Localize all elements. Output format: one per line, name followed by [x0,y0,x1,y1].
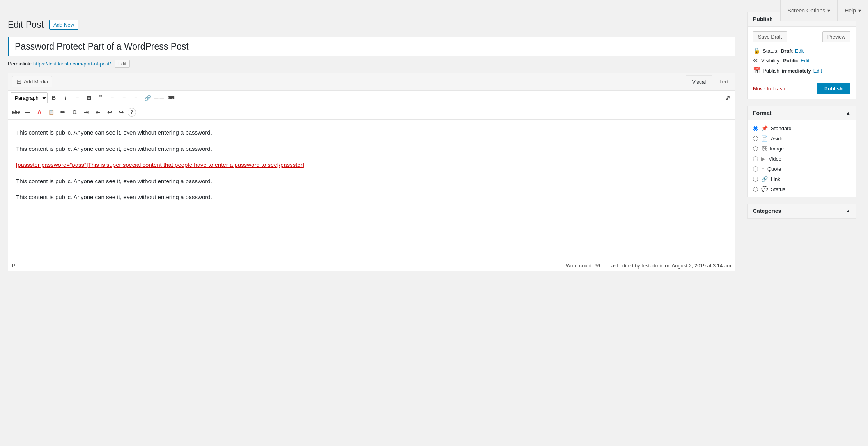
ordered-list-button[interactable]: ⊟ [83,92,94,103]
tab-visual[interactable]: Visual [686,75,712,88]
publish-buttons-row: Save Draft Preview [753,31,850,42]
add-media-label: Add Media [24,79,48,85]
publish-actions-row: Move to Trash Publish [753,79,850,94]
help-button[interactable]: Help ▾ [837,0,868,21]
expand-button[interactable]: ⤢ [722,92,733,103]
format-option-standard[interactable]: 📌Standard [753,125,850,131]
publish-time-edit-link[interactable]: Edit [813,68,822,74]
standard-format-icon: 📌 [761,125,768,131]
format-label-image: Image [770,146,784,152]
format-option-video[interactable]: ▶Video [753,156,850,162]
visibility-value: Public [783,58,798,64]
post-title-input[interactable] [15,41,730,52]
paragraph-select[interactable]: Paragraph [11,92,48,103]
bold-button[interactable]: B [48,92,59,103]
permalink-edit-button[interactable]: Edit [115,60,130,68]
chevron-up-icon: ▲ [846,110,850,116]
categories-box: Categories ▲ [747,204,856,219]
save-draft-button[interactable]: Save Draft [753,31,787,42]
align-right-button[interactable]: ≡ [130,92,141,103]
align-left-button[interactable]: ≡ [107,92,118,103]
format-option-status[interactable]: 💬Status [753,186,850,192]
visibility-row: 👁 Visibility: Public Edit [753,57,850,64]
format-radio-aside[interactable] [753,136,758,141]
help-button[interactable]: ? [128,108,136,117]
screen-options-button[interactable]: Screen Options ▾ [780,0,838,21]
clear-formatting-button[interactable]: ✏ [57,107,68,118]
special-chars-button[interactable]: Ω [69,107,80,118]
format-option-link[interactable]: 🔗Link [753,176,850,182]
strikethrough-button[interactable]: abc [11,107,21,118]
status-icon: 🔒 [753,47,760,54]
format-radio-standard[interactable] [753,126,758,131]
format-box-header[interactable]: Format ▲ [748,106,856,120]
image-format-icon: 🖼 [761,145,767,152]
format-radio-video[interactable] [753,156,758,161]
permalink-label: Permalink: [8,61,32,67]
align-center-button[interactable]: ≡ [119,92,129,103]
indent-button[interactable]: ⇥ [81,107,92,118]
visibility-icon: 👁 [753,57,759,64]
paste-from-word-button[interactable]: 📋 [46,107,57,118]
format-options: 📌Standard📄Aside🖼Image▶Video❝Quote🔗Link💬S… [753,125,850,192]
link-button[interactable]: 🔗 [142,92,153,103]
chevron-up-icon: ▲ [846,208,850,214]
keyboard-shortcut-button[interactable]: ⌨ [165,92,176,103]
content-paragraph-4: This content is public. Anyone can see i… [16,192,727,202]
undo-button[interactable]: ↩ [104,107,115,118]
visibility-edit-link[interactable]: Edit [801,58,809,64]
blockquote-button[interactable]: " [95,92,106,103]
status-label: Status: [763,48,778,54]
video-format-icon: ▶ [761,156,765,162]
calendar-icon: 📅 [753,67,760,74]
status-edit-link[interactable]: Edit [795,48,804,54]
unordered-list-button[interactable]: ≡ [72,92,83,103]
add-media-button[interactable]: ⊞ Add Media [12,76,52,87]
chevron-down-icon: ▾ [827,7,830,14]
move-to-trash-link[interactable]: Move to Trash [753,86,785,92]
redo-button[interactable]: ↪ [116,107,127,118]
add-media-icon: ⊞ [16,78,21,85]
format-option-image[interactable]: 🖼Image [753,145,850,152]
editor-content[interactable]: This content is public. Anyone can see i… [8,120,735,260]
preview-button[interactable]: Preview [822,31,850,42]
tab-text[interactable]: Text [712,75,735,88]
page-wrap: Edit Post Add New Permalink: https://tes… [0,0,868,279]
publish-button[interactable]: Publish [817,83,850,94]
italic-button[interactable]: I [60,92,71,103]
main-content: Edit Post Add New Permalink: https://tes… [0,12,743,279]
quote-format-icon: ❝ [761,166,764,172]
toolbar-row2: abc — A 📋 ✏ Ω ⇥ ⇤ ↩ ↪ ? [8,105,735,120]
post-title-wrap [8,37,735,56]
text-color-button[interactable]: A [34,107,45,118]
page-title: Edit Post [8,19,44,30]
help-label: Help [845,7,856,14]
editor-tabs: Visual Text [686,75,735,88]
add-new-button[interactable]: Add New [49,20,78,30]
outdent-button[interactable]: ⇤ [92,107,103,118]
screen-options-label: Screen Options [788,7,825,14]
format-radio-image[interactable] [753,146,758,151]
last-edited: Last edited by testadmin on August 2, 20… [609,263,731,269]
publish-time-row: 📅 Publish immediately Edit [753,67,850,74]
format-label-aside: Aside [771,136,784,142]
add-media-bar: ⊞ Add Media [8,73,686,90]
paragraph-path: P [12,263,16,269]
permalink-link[interactable]: https://test.kinsta.com/part-of-post/ [33,61,111,67]
format-label-link: Link [771,176,780,182]
publish-time-value: immediately [782,68,811,74]
format-label-video: Video [769,156,781,162]
format-radio-link[interactable] [753,177,758,182]
more-button[interactable]: — — [154,92,165,103]
format-option-quote[interactable]: ❝Quote [753,166,850,172]
format-label-quote: Quote [767,166,781,172]
sidebar: Publish ▲ Save Draft Preview 🔒 Status: D… [743,12,860,279]
chevron-down-icon: ▾ [858,7,861,14]
format-radio-quote[interactable] [753,166,758,172]
format-radio-status[interactable] [753,187,758,192]
status-row: 🔒 Status: Draft Edit [753,47,850,54]
horizontal-rule-button[interactable]: — [22,107,33,118]
categories-box-header[interactable]: Categories ▲ [748,204,856,218]
format-option-aside[interactable]: 📄Aside [753,135,850,142]
format-label-status: Status [771,186,785,192]
